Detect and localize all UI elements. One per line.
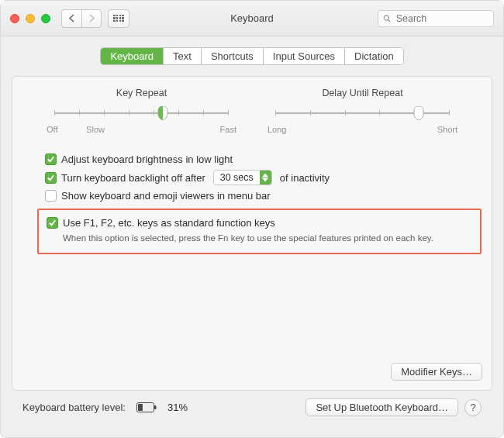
key-repeat-slider[interactable]	[54, 106, 229, 120]
key-repeat-off-label: Off	[47, 125, 57, 134]
titlebar: Keyboard	[1, 1, 503, 36]
stepper-arrows[interactable]	[260, 170, 271, 185]
close-window-button[interactable]	[10, 14, 19, 23]
backlight-label-after: of inactivity	[280, 172, 330, 184]
svg-rect-1	[154, 405, 157, 409]
backlight-checkbox[interactable]	[45, 172, 57, 184]
viewers-row: Show keyboard and emoji viewers in menu …	[45, 188, 467, 204]
viewers-label: Show keyboard and emoji viewers in menu …	[61, 190, 271, 202]
key-repeat-title: Key Repeat	[47, 88, 236, 98]
delay-long-label: Long	[268, 125, 286, 134]
backlight-duration-stepper[interactable]: 30 secs	[213, 170, 272, 185]
footer: Keyboard battery level: 31% Set Up Bluet…	[12, 391, 492, 416]
help-icon: ?	[470, 402, 475, 413]
delay-title: Delay Until Repeat	[268, 88, 457, 98]
fn-keys-checkbox[interactable]	[47, 217, 58, 229]
tab-input-sources[interactable]: Input Sources	[264, 48, 345, 64]
zoom-window-button[interactable]	[41, 14, 50, 23]
check-icon	[47, 155, 55, 164]
chevron-down-icon	[262, 178, 268, 182]
fn-keys-highlight: Use F1, F2, etc. keys as standard functi…	[37, 209, 482, 254]
delay-slider[interactable]	[275, 106, 450, 120]
nav-buttons	[61, 9, 102, 28]
chevron-left-icon	[68, 14, 75, 22]
content: Keyboard Text Shortcuts Input Sources Di…	[1, 36, 503, 424]
search-field[interactable]	[378, 10, 494, 27]
sliders-row: Key Repeat Off Slow	[23, 88, 481, 148]
tab-shortcuts[interactable]: Shortcuts	[202, 48, 264, 64]
traffic-lights	[10, 14, 50, 23]
modifier-keys-button[interactable]: Modifier Keys…	[391, 363, 482, 381]
delay-block: Delay Until Repeat Long Short	[268, 88, 457, 134]
delay-short-label: Short	[437, 125, 457, 134]
key-repeat-slow-label: Slow	[86, 125, 105, 134]
options: Adjust keyboard brightness in low light …	[23, 148, 481, 204]
fn-keys-description: When this option is selected, press the …	[45, 233, 474, 245]
backlight-duration-value: 30 secs	[214, 172, 260, 183]
battery-icon	[136, 402, 157, 412]
window: Keyboard Keyboard Text Shortcuts Input S…	[0, 0, 504, 438]
search-icon	[383, 14, 392, 23]
minimize-window-button[interactable]	[26, 14, 35, 23]
show-all-prefs-button[interactable]	[108, 9, 129, 28]
tab-keyboard[interactable]: Keyboard	[101, 48, 164, 64]
chevron-right-icon	[88, 14, 95, 22]
bluetooth-keyboard-button[interactable]: Set Up Bluetooth Keyboard…	[306, 398, 458, 416]
key-repeat-block: Key Repeat Off Slow	[47, 88, 236, 134]
backlight-label-before: Turn keyboard backlight off after	[61, 172, 205, 184]
tab-text[interactable]: Text	[164, 48, 202, 64]
brightness-label: Adjust keyboard brightness in low light	[61, 153, 233, 165]
viewers-checkbox[interactable]	[45, 190, 57, 202]
key-repeat-fast-label: Fast	[220, 125, 236, 134]
search-input[interactable]	[395, 12, 488, 25]
help-button[interactable]: ?	[464, 399, 482, 416]
fn-keys-row: Use F1, F2, etc. keys as standard functi…	[45, 215, 474, 231]
slider-thumb-icon	[413, 106, 424, 120]
check-icon	[48, 219, 57, 227]
fn-keys-label: Use F1, F2, etc. keys as standard functi…	[63, 217, 275, 229]
forward-button[interactable]	[81, 9, 102, 28]
battery-percent: 31%	[167, 402, 188, 413]
back-button[interactable]	[61, 9, 81, 28]
grid-icon	[113, 15, 123, 22]
brightness-checkbox[interactable]	[45, 153, 57, 165]
check-icon	[47, 174, 55, 182]
brightness-row: Adjust keyboard brightness in low light	[45, 151, 467, 167]
tab-dictation[interactable]: Dictation	[345, 48, 403, 64]
battery-label: Keyboard battery level:	[22, 402, 126, 413]
tabs: Keyboard Text Shortcuts Input Sources Di…	[12, 47, 492, 65]
svg-rect-2	[138, 404, 143, 411]
settings-panel: Key Repeat Off Slow	[12, 76, 492, 391]
backlight-row: Turn keyboard backlight off after 30 sec…	[45, 167, 467, 188]
slider-thumb-icon	[157, 106, 168, 120]
